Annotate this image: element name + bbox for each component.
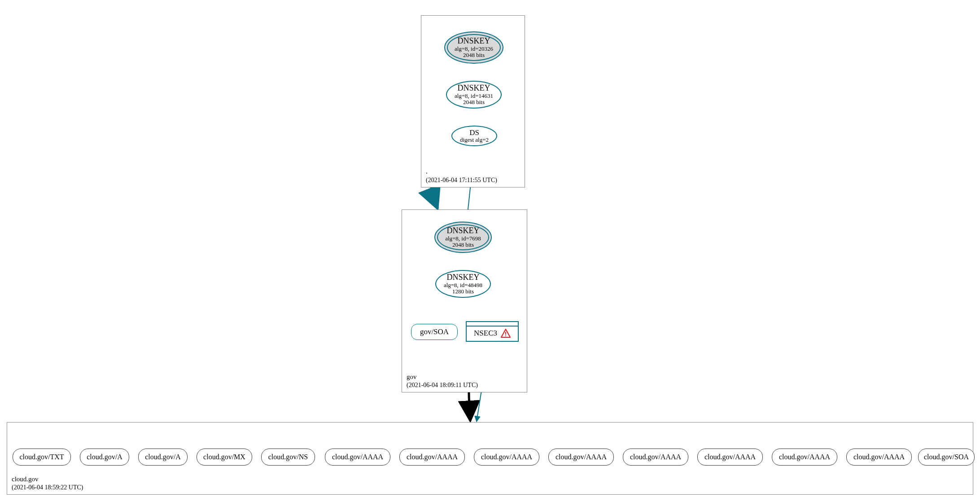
rrset-cloud-aaaa-5: cloud.gov/AAAA [623,449,688,466]
rrset-cloud-txt: cloud.gov/TXT [13,449,71,466]
rrset-cloud-mx: cloud.gov/MX [197,449,252,466]
zone-root-timestamp: (2021-06-04 17:11:55 UTC) [426,177,497,183]
dnssec-diagram: . (2021-06-04 17:11:55 UTC) DNSKEY alg=8… [0,0,980,501]
zone-gov-timestamp: (2021-06-04 18:09:11 UTC) [407,382,478,388]
warning-icon [501,329,511,338]
root-ds: DS digest alg=2 [451,126,497,146]
svg-rect-0 [505,332,506,335]
rrset-cloud-a-2: cloud.gov/A [138,449,188,466]
rrset-cloud-aaaa-8: cloud.gov/AAAA [846,449,912,466]
rrset-cloud-ns: cloud.gov/NS [261,449,315,466]
zone-root-name: . [426,167,428,175]
zone-gov-label: gov (2021-06-04 18:09:11 UTC) [407,373,478,390]
rrset-cloud-aaaa-7: cloud.gov/AAAA [772,449,837,466]
zone-root-label: . (2021-06-04 17:11:55 UTC) [426,167,497,184]
root-zsk-dnskey: DNSKEY alg=8, id=14631 2048 bits [446,81,502,109]
rrset-cloud-aaaa-3: cloud.gov/AAAA [474,449,539,466]
rrset-cloud-soa: cloud.gov/SOA [918,449,975,466]
zone-cloud-gov-timestamp: (2021-06-04 18:59:22 UTC) [12,484,83,491]
rrset-cloud-a-1: cloud.gov/A [80,449,129,466]
gov-nsec3-label: NSEC3 [474,329,497,338]
zone-cloud-gov-label: cloud.gov (2021-06-04 18:59:22 UTC) [12,475,83,492]
gov-zsk-dnskey: DNSKEY alg=8, id=48498 1280 bits [435,270,491,298]
root-ksk-dnskey: DNSKEY alg=8, id=20326 2048 bits [444,31,503,64]
rrset-cloud-aaaa-1: cloud.gov/AAAA [325,449,390,466]
zone-cloud-gov-name: cloud.gov [12,475,39,483]
rrset-cloud-aaaa-6: cloud.gov/AAAA [697,449,763,466]
zone-gov-name: gov [407,373,417,380]
gov-soa: gov/SOA [411,324,458,340]
gov-nsec3: NSEC3 [466,321,519,342]
svg-rect-1 [505,335,506,336]
rrset-cloud-aaaa-2: cloud.gov/AAAA [399,449,465,466]
gov-ksk-dnskey: DNSKEY alg=8, id=7698 2048 bits [434,222,492,253]
rrset-cloud-aaaa-4: cloud.gov/AAAA [548,449,614,466]
